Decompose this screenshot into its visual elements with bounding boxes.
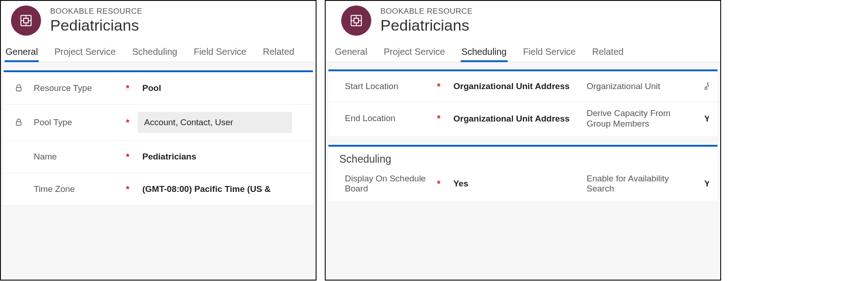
entity-avatar — [11, 5, 41, 36]
row-end-location: End Location * Organizational Unit Addre… — [328, 102, 717, 136]
tab-scheduling[interactable]: Scheduling — [461, 44, 508, 62]
record-header: BOOKABLE RESOURCE Pediatricians — [326, 1, 720, 39]
svg-rect-9 — [354, 18, 359, 23]
field-pool-type: Pool Type * Account, Contact, User — [4, 105, 313, 141]
tab-field-service[interactable]: Field Service — [522, 44, 577, 62]
field-label: Resource Type — [34, 83, 125, 94]
tab-scheduling[interactable]: Scheduling — [131, 44, 178, 62]
section-title: Scheduling — [328, 147, 717, 167]
tab-related[interactable]: Related — [591, 44, 624, 62]
required-mark: * — [126, 117, 137, 128]
required-mark: * — [437, 81, 448, 92]
svg-rect-14 — [707, 83, 709, 85]
field-value-resource-type[interactable]: Pool — [138, 80, 302, 97]
row-display-board: Display On Schedule Board * Yes Enable f… — [328, 167, 717, 201]
field-value-org-unit[interactable]: Redmond — [700, 78, 709, 95]
tab-strip: General Project Service Scheduling Field… — [1, 39, 316, 62]
field-label: Time Zone — [34, 184, 125, 195]
required-mark: * — [437, 179, 448, 189]
field-label: End Location — [345, 113, 436, 124]
panel-general: BOOKABLE RESOURCE Pediatricians General … — [0, 0, 317, 281]
lock-icon — [15, 118, 33, 127]
tab-general[interactable]: General — [334, 44, 368, 62]
record-header: BOOKABLE RESOURCE Pediatricians — [1, 1, 316, 39]
field-label: Display On Schedule Board — [345, 174, 436, 195]
tab-strip: General Project Service Scheduling Field… — [326, 39, 720, 62]
field-label: Pool Type — [34, 117, 125, 128]
field-value-end-location[interactable]: Organizational Unit Address — [449, 110, 586, 127]
entity-kicker: BOOKABLE RESOURCE — [50, 7, 142, 16]
entity-icon — [349, 14, 363, 27]
field-label: Enable for Availability Search — [587, 174, 687, 195]
required-mark: * — [126, 83, 137, 94]
scheduling-bottom-section: Scheduling Display On Schedule Board * Y… — [328, 145, 717, 201]
row-start-location: Start Location * Organizational Unit Add… — [328, 71, 717, 102]
field-value-enable-avail[interactable]: Yes — [700, 175, 709, 192]
org-unit-icon — [704, 82, 709, 90]
required-mark: * — [126, 184, 137, 195]
record-title: Pediatricians — [50, 17, 142, 34]
svg-rect-1 — [24, 18, 28, 23]
field-time-zone: Time Zone * (GMT-08:00) Pacific Time (US… — [4, 173, 313, 206]
scheduling-top-section: Start Location * Organizational Unit Add… — [328, 69, 717, 136]
entity-avatar — [341, 5, 371, 36]
tab-general[interactable]: General — [5, 44, 39, 62]
field-value-name[interactable]: Pediatricians — [138, 148, 302, 165]
general-section: Resource Type * Pool Pool Type * Account… — [4, 70, 313, 206]
field-label: Organizational Unit — [587, 81, 687, 92]
entity-icon — [19, 14, 33, 27]
field-resource-type: Resource Type * Pool — [4, 72, 313, 105]
field-label: Derive Capacity From Group Members — [587, 108, 687, 129]
tab-field-service[interactable]: Field Service — [193, 44, 248, 62]
field-label: Start Location — [345, 81, 436, 92]
svg-rect-6 — [16, 88, 21, 91]
field-value-time-zone[interactable]: (GMT-08:00) Pacific Time (US & — [138, 180, 302, 198]
tab-related[interactable]: Related — [262, 44, 295, 62]
field-name: Name * Pediatricians — [4, 141, 313, 173]
svg-rect-7 — [16, 122, 21, 126]
field-label: Name — [34, 152, 125, 162]
lock-icon — [15, 84, 33, 92]
field-value-start-location[interactable]: Organizational Unit Address — [449, 78, 586, 95]
field-value-derive-capacity[interactable]: Yes — [700, 110, 709, 127]
record-title: Pediatricians — [380, 17, 473, 34]
tab-project-service[interactable]: Project Service — [53, 44, 117, 62]
panel-scheduling: BOOKABLE RESOURCE Pediatricians General … — [325, 0, 721, 281]
required-mark: * — [437, 113, 448, 124]
field-value-display-board[interactable]: Yes — [449, 175, 586, 192]
field-value-pool-type[interactable]: Account, Contact, User — [138, 112, 292, 133]
entity-kicker: BOOKABLE RESOURCE — [380, 7, 473, 16]
required-mark: * — [126, 152, 137, 162]
svg-rect-15 — [705, 88, 707, 90]
tab-project-service[interactable]: Project Service — [383, 44, 446, 62]
